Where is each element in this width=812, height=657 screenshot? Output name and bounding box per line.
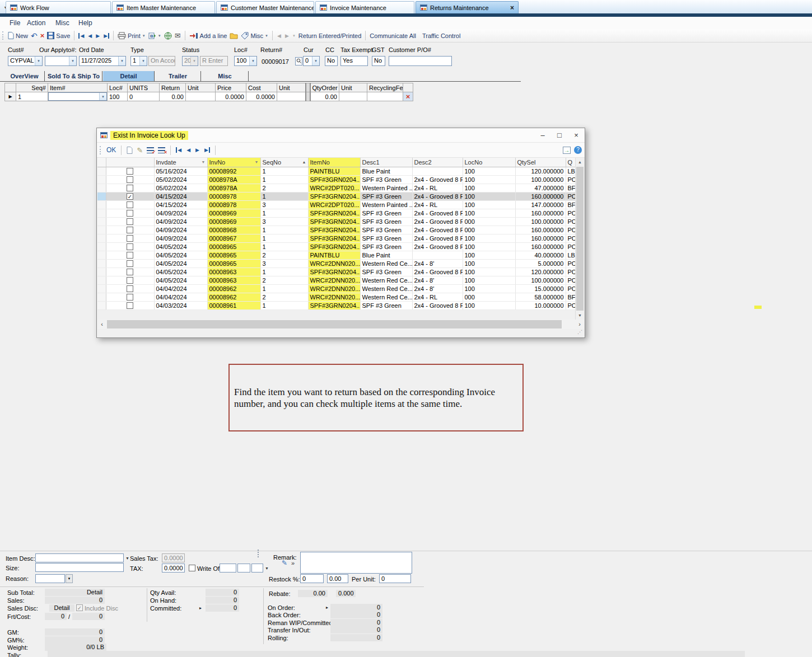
nav-prev-button[interactable]: ◀ [87, 33, 92, 39]
nav-first-button[interactable]: ◀ [176, 147, 182, 153]
globe-button[interactable] [164, 32, 172, 40]
size-field[interactable] [35, 563, 124, 572]
row-selector[interactable] [97, 259, 106, 268]
nav-last-button[interactable]: ▶ [204, 147, 210, 153]
qtyorder-cell[interactable]: 0.00 [310, 92, 339, 101]
row-checkbox[interactable] [127, 185, 133, 191]
row-selector[interactable] [97, 242, 106, 251]
per-unit-field[interactable]: 0 [379, 574, 411, 583]
checkbox-cell[interactable] [106, 167, 154, 175]
return-entered-button[interactable]: Return Entered/Printed [298, 32, 362, 39]
col-desc2[interactable]: Desc2 [412, 158, 463, 167]
write-off-field-3[interactable] [251, 564, 263, 572]
invoice-row[interactable]: 05/02/20240008978A2WRC#2DPT020...Western… [97, 184, 575, 192]
row-checkbox[interactable] [127, 235, 133, 242]
units-cell[interactable]: 0 [128, 92, 160, 101]
invoice-row[interactable]: 04/03/2024000089611SPF#3GRN0204...SPF #3… [97, 301, 575, 309]
price-cell[interactable]: 0.0000 [216, 92, 246, 101]
edit-pencil-icon[interactable]: ✎ [282, 559, 287, 567]
misc-button[interactable]: Misc ▼ [241, 32, 268, 39]
return-search-button[interactable] [295, 57, 302, 65]
row-checkbox[interactable] [127, 168, 133, 175]
ord-date-combo[interactable]: 11/27/2025▼ [79, 56, 126, 66]
undo-button[interactable]: ↶ [31, 33, 38, 39]
check-all-icon[interactable] [147, 147, 154, 153]
col-q[interactable]: Q [566, 158, 575, 167]
col-price[interactable]: Price [216, 83, 246, 92]
scroll-up-icon[interactable]: ▲ [576, 158, 584, 166]
invoice-row[interactable]: 04/05/2024000089651SPF#3GRN0204...SPF #3… [97, 242, 575, 251]
write-off-field-1[interactable] [220, 564, 236, 572]
sort-asc-icon[interactable]: ▲ [302, 160, 306, 164]
invoice-row[interactable]: 04/09/2024000089671SPF#3GRN0204...SPF #3… [97, 234, 575, 242]
row-selector[interactable] [97, 234, 106, 242]
row-checkbox[interactable] [127, 176, 133, 183]
invoice-row[interactable]: 04/09/2024000089691SPF#3GRN0204...SPF #3… [97, 209, 575, 217]
remark-field[interactable] [300, 552, 412, 574]
uncheck-all-icon[interactable] [158, 147, 165, 153]
scroll-left-icon[interactable]: ‹ [97, 320, 106, 329]
col-invdate[interactable]: Invdate▼ [154, 158, 207, 167]
invoice-row[interactable]: 04/09/2024000089693SPF#3GRN0204...SPF #3… [97, 217, 575, 226]
restock-field[interactable]: 0 [300, 574, 324, 583]
col-return[interactable]: Return [160, 83, 186, 92]
tax-exempt-field[interactable]: Yes [340, 56, 368, 66]
write-off-checkbox[interactable] [189, 565, 195, 571]
chevron-down-icon[interactable]: ▼ [99, 93, 106, 100]
col-unit2[interactable]: Unit [277, 83, 306, 92]
minimize-icon[interactable]: – [534, 128, 551, 142]
splitter-grip-icon[interactable] [258, 550, 259, 557]
col-unit1[interactable]: Unit [186, 83, 216, 92]
row-selector[interactable] [97, 167, 106, 175]
po-field[interactable] [389, 56, 452, 66]
item-desc-field[interactable] [35, 553, 124, 562]
row-checkbox[interactable] [127, 260, 133, 267]
scrollbar-thumb[interactable] [107, 320, 562, 328]
nav-prev-button[interactable]: ◀ [186, 147, 191, 153]
invoice-row[interactable]: 04/05/2024000089653WRC#2DNN020...Western… [97, 259, 575, 268]
batch-print-dropdown-icon[interactable]: ▼ [158, 34, 161, 37]
checkbox-cell[interactable]: ✓ [106, 192, 154, 200]
new-button[interactable]: New [8, 32, 28, 39]
edit-pencil-icon[interactable]: ✎ [137, 146, 143, 154]
save-button[interactable]: Save [47, 32, 70, 39]
col-loc[interactable]: Loc# [108, 83, 128, 92]
subtab-overview[interactable]: OverView [4, 71, 45, 81]
tax-field[interactable]: 0.0000 [162, 564, 185, 572]
reason-dropdown-icon[interactable]: ▼ [66, 574, 73, 583]
row-checkbox[interactable] [127, 252, 133, 259]
col-seq[interactable]: Seq# [16, 83, 48, 92]
invoice-row[interactable]: 05/16/2024000089921PAINTBLUBlue Paint100… [97, 167, 575, 175]
expand-remark-icon[interactable]: » [291, 560, 295, 566]
row-checkbox[interactable] [127, 201, 133, 208]
scrollbar-thumb[interactable] [576, 167, 584, 311]
write-off-dropdown-icon[interactable]: ▼ [265, 566, 269, 570]
tab-close-icon[interactable]: × [506, 4, 514, 12]
recycling-cell[interactable] [367, 92, 403, 101]
subtab-sold-to[interactable]: Sold To & Ship To [45, 71, 102, 81]
invoice-row[interactable]: 04/04/2024000089622WRC#2DNN020...Western… [97, 293, 575, 301]
row-checkbox[interactable]: ✓ [127, 193, 133, 200]
chevron-down-icon[interactable]: ▼ [69, 57, 76, 65]
loc-cell[interactable]: 100 [108, 92, 128, 101]
chevron-down-icon[interactable]: ▼ [139, 57, 147, 65]
filter-icon[interactable]: ▼ [255, 160, 259, 164]
row-selector[interactable] [97, 268, 106, 276]
ok-button[interactable]: OK [106, 146, 116, 154]
cc-field[interactable]: No [325, 56, 338, 66]
row-selector[interactable] [97, 284, 106, 293]
nav-next-button[interactable]: ▶ [195, 147, 200, 153]
row-checkbox[interactable] [127, 210, 133, 217]
col-qtysel[interactable]: QtySel [515, 158, 566, 167]
menu-file[interactable]: File [10, 19, 20, 27]
subtab-detail[interactable]: Detail [103, 71, 155, 81]
batch-print-button[interactable]: B ▼ [148, 32, 161, 39]
horizontal-scrollbar[interactable]: ‹ › [97, 320, 584, 329]
unit-cell[interactable] [186, 92, 216, 101]
row-checkbox[interactable] [127, 277, 133, 284]
tab-customer-master[interactable]: Customer Master Maintenance [216, 1, 314, 13]
checkbox-cell[interactable] [106, 242, 154, 251]
col-qtyorder[interactable]: QtyOrder [310, 83, 339, 92]
row-selector[interactable] [97, 217, 106, 226]
print-dropdown-icon[interactable]: ▼ [142, 34, 146, 37]
